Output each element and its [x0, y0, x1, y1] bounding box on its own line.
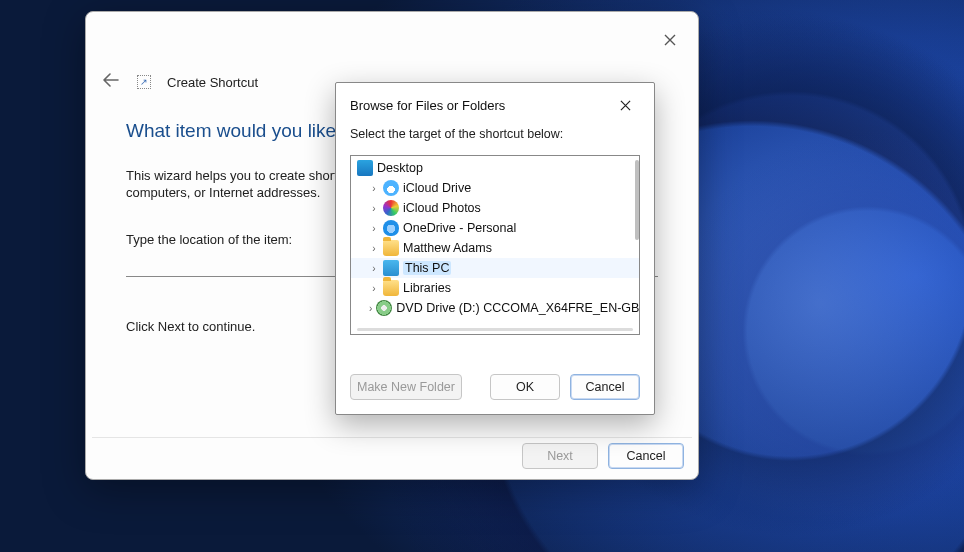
scrollbar-vertical[interactable]	[635, 160, 639, 240]
browse-cancel-button[interactable]: Cancel	[570, 374, 640, 400]
tree-root[interactable]: Desktop	[351, 158, 639, 178]
tree-label: iCloud Photos	[403, 201, 481, 215]
tree-item[interactable]: ›DVD Drive (D:) CCCOMA_X64FRE_EN-GB_DV	[351, 298, 639, 318]
expand-icon[interactable]: ›	[369, 263, 379, 274]
tree-label: OneDrive - Personal	[403, 221, 516, 235]
browse-close-button[interactable]	[610, 90, 640, 120]
folder-icon	[383, 240, 399, 256]
tree-label: Libraries	[403, 281, 451, 295]
tree-label: iCloud Drive	[403, 181, 471, 195]
browse-title: Browse for Files or Folders	[350, 98, 505, 113]
close-button[interactable]	[662, 32, 678, 48]
back-arrow-icon[interactable]	[101, 73, 121, 91]
tree-item[interactable]: ›iCloud Drive	[351, 178, 639, 198]
expand-icon[interactable]: ›	[369, 303, 372, 314]
scrollbar-horizontal[interactable]	[357, 328, 633, 331]
tree-item[interactable]: ›Libraries	[351, 278, 639, 298]
tree-item[interactable]: ›OneDrive - Personal	[351, 218, 639, 238]
dialog-title: Create Shortcut	[167, 75, 258, 90]
browse-instruction: Select the target of the shortcut below:	[336, 127, 654, 155]
expand-icon[interactable]: ›	[369, 223, 379, 234]
shortcut-icon: ↗	[137, 75, 151, 89]
browse-dialog: Browse for Files or Folders Select the t…	[335, 82, 655, 415]
expand-icon[interactable]: ›	[369, 183, 379, 194]
expand-icon[interactable]: ›	[369, 243, 379, 254]
desktop-icon	[357, 160, 373, 176]
expand-icon[interactable]: ›	[369, 283, 379, 294]
tree-item[interactable]: ›Matthew Adams	[351, 238, 639, 258]
ok-button[interactable]: OK	[490, 374, 560, 400]
photos-icon	[383, 200, 399, 216]
folder-icon	[383, 280, 399, 296]
tree-label: DVD Drive (D:) CCCOMA_X64FRE_EN-GB_DV	[396, 301, 640, 315]
cloud-icon	[383, 180, 399, 196]
next-button[interactable]: Next	[522, 443, 598, 469]
disc-icon	[376, 300, 392, 316]
tree-label: This PC	[403, 261, 451, 275]
expand-icon[interactable]: ›	[369, 203, 379, 214]
tree-label: Desktop	[377, 161, 423, 175]
cancel-button[interactable]: Cancel	[608, 443, 684, 469]
tree-label: Matthew Adams	[403, 241, 492, 255]
make-new-folder-button[interactable]: Make New Folder	[350, 374, 462, 400]
tree-item[interactable]: ›iCloud Photos	[351, 198, 639, 218]
tree-item[interactable]: ›This PC	[351, 258, 639, 278]
pc-icon	[383, 260, 399, 276]
onedrive-icon	[383, 220, 399, 236]
folder-tree[interactable]: Desktop ›iCloud Drive›iCloud Photos›OneD…	[350, 155, 640, 335]
